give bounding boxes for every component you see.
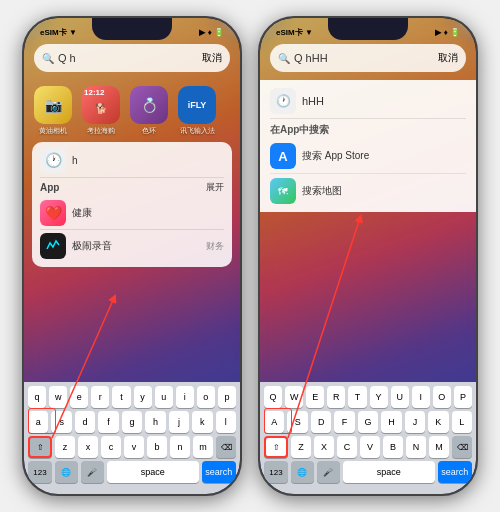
key-r[interactable]: r (91, 386, 109, 408)
key-p[interactable]: p (218, 386, 236, 408)
key-k[interactable]: k (192, 411, 212, 433)
key-T[interactable]: T (348, 386, 366, 408)
key-delete-left[interactable]: ⌫ (216, 436, 236, 458)
key-g[interactable]: g (122, 411, 142, 433)
keyboard-left: q w e r t y u i o p a s d f g h j k l ⇧ … (24, 382, 240, 494)
key-Q[interactable]: Q (264, 386, 282, 408)
key-V[interactable]: V (360, 436, 380, 458)
key-globe-left[interactable]: 🌐 (55, 461, 78, 483)
key-u[interactable]: u (155, 386, 173, 408)
key-a[interactable]: a (28, 411, 48, 433)
key-search-left[interactable]: search (202, 461, 236, 483)
key-A[interactable]: A (264, 411, 284, 433)
maps-result-row[interactable]: 🗺 搜索地图 (270, 174, 466, 208)
key-123-right[interactable]: 123 (264, 461, 288, 483)
recording-category: 财务 (206, 240, 224, 253)
key-delete-right[interactable]: ⌫ (452, 436, 472, 458)
key-E[interactable]: E (306, 386, 324, 408)
key-U[interactable]: U (391, 386, 409, 408)
spotlight-section-left: 🕐 h App 展开 ❤️ 健康 极闹录音 财务 (32, 142, 232, 267)
health-result-row[interactable]: ❤️ 健康 (40, 197, 224, 230)
key-row-4-right: 123 🌐 🎤 space search (264, 461, 472, 483)
key-b[interactable]: b (147, 436, 167, 458)
key-123-left[interactable]: 123 (28, 461, 52, 483)
key-I[interactable]: I (412, 386, 430, 408)
key-w[interactable]: w (49, 386, 67, 408)
app-item-ifly[interactable]: iFLY 讯飞输入法 (176, 86, 218, 136)
key-t[interactable]: t (112, 386, 130, 408)
key-i[interactable]: i (176, 386, 194, 408)
carrier-right: eSIM卡 ▼ (276, 27, 313, 38)
key-s[interactable]: s (51, 411, 71, 433)
key-C[interactable]: C (337, 436, 357, 458)
hhh-result-row[interactable]: 🕐 hHH (270, 84, 466, 119)
key-H[interactable]: H (381, 411, 401, 433)
key-shift-right[interactable]: ⇧ (264, 436, 288, 458)
key-f[interactable]: f (98, 411, 118, 433)
appstore-result-row[interactable]: A 搜索 App Store (270, 139, 466, 174)
maps-label: 搜索地图 (302, 184, 342, 198)
key-l[interactable]: l (216, 411, 236, 433)
key-h[interactable]: h (145, 411, 165, 433)
key-space-left[interactable]: space (107, 461, 199, 483)
key-K[interactable]: K (428, 411, 448, 433)
cancel-btn-right[interactable]: 取消 (438, 51, 458, 65)
section-app-label: App (40, 182, 59, 193)
key-x[interactable]: x (78, 436, 98, 458)
key-S[interactable]: S (287, 411, 307, 433)
key-n[interactable]: n (170, 436, 190, 458)
cancel-btn-left[interactable]: 取消 (202, 51, 222, 65)
key-search-right[interactable]: search (438, 461, 472, 483)
notch-right (328, 18, 408, 40)
key-O[interactable]: O (433, 386, 451, 408)
key-mic-left[interactable]: 🎤 (81, 461, 104, 483)
key-B[interactable]: B (383, 436, 403, 458)
key-W[interactable]: W (285, 386, 303, 408)
app-icon-photo: 📷 (34, 86, 72, 124)
key-v[interactable]: v (124, 436, 144, 458)
key-shift-left[interactable]: ⇧ (28, 436, 52, 458)
key-N[interactable]: N (406, 436, 426, 458)
key-G[interactable]: G (358, 411, 378, 433)
key-e[interactable]: e (70, 386, 88, 408)
app-result-row[interactable]: 🕐 h (40, 147, 224, 178)
key-M[interactable]: M (429, 436, 449, 458)
phone-right: eSIM卡 ▼ ▶ ♦ 🔋 🔍 Q hHH 取消 🕐 hHH 在App中搜索 A… (258, 16, 478, 496)
app-label-photo: 黄油相机 (39, 126, 67, 136)
expand-btn[interactable]: 展开 (206, 181, 224, 194)
app-item-photo[interactable]: 📷 黄油相机 (32, 86, 74, 136)
app-label-meila: 考拉海购 (87, 126, 115, 136)
key-globe-right[interactable]: 🌐 (291, 461, 314, 483)
result-h-icon: 🕐 (40, 147, 66, 173)
search-text-left[interactable]: Q h (58, 52, 196, 64)
key-D[interactable]: D (311, 411, 331, 433)
key-mic-right[interactable]: 🎤 (317, 461, 340, 483)
key-m[interactable]: m (193, 436, 213, 458)
key-L[interactable]: L (452, 411, 472, 433)
key-y[interactable]: y (134, 386, 152, 408)
key-space-right[interactable]: space (343, 461, 435, 483)
key-c[interactable]: c (101, 436, 121, 458)
key-Z[interactable]: Z (291, 436, 311, 458)
key-z[interactable]: z (55, 436, 75, 458)
key-J[interactable]: J (405, 411, 425, 433)
key-q[interactable]: q (28, 386, 46, 408)
search-bar-right[interactable]: 🔍 Q hHH 取消 (270, 44, 466, 72)
key-o[interactable]: o (197, 386, 215, 408)
key-j[interactable]: j (169, 411, 189, 433)
app-item-meila[interactable]: 12:12 🐕 考拉海购 (80, 86, 122, 136)
key-P[interactable]: P (454, 386, 472, 408)
recording-result-row[interactable]: 极闹录音 财务 (40, 230, 224, 262)
app-icon-ring: 💍 (130, 86, 168, 124)
appstore-icon: A (270, 143, 296, 169)
key-Y[interactable]: Y (370, 386, 388, 408)
key-d[interactable]: d (75, 411, 95, 433)
status-icons-right: ▶ ♦ 🔋 (435, 28, 460, 37)
status-right-right: ▶ ♦ 🔋 (435, 28, 460, 37)
search-bar-left[interactable]: 🔍 Q h 取消 (34, 44, 230, 72)
app-item-ring[interactable]: 💍 色环 (128, 86, 170, 136)
search-text-right[interactable]: Q hHH (294, 52, 432, 64)
key-F[interactable]: F (334, 411, 354, 433)
key-R[interactable]: R (327, 386, 345, 408)
key-X[interactable]: X (314, 436, 334, 458)
